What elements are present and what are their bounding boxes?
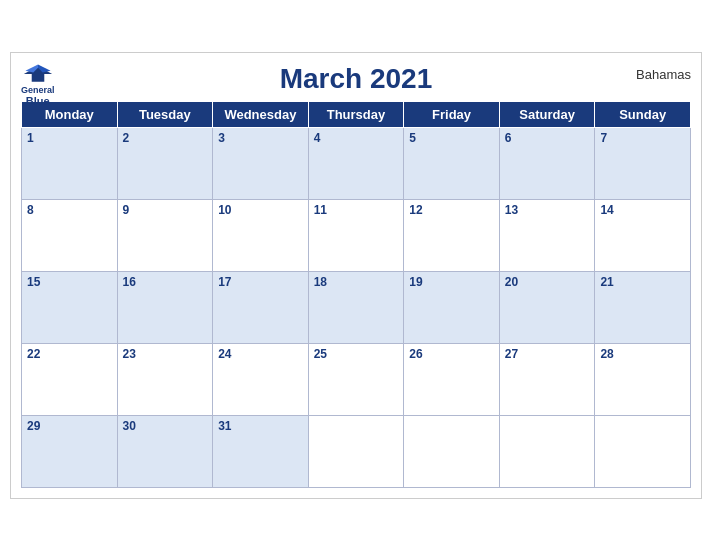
day-number: 10 <box>218 203 303 217</box>
calendar-cell: 8 <box>22 199 118 271</box>
day-number: 13 <box>505 203 590 217</box>
day-number: 2 <box>123 131 208 145</box>
calendar-cell <box>404 415 500 487</box>
svg-marker-0 <box>24 66 52 82</box>
calendar-cell: 26 <box>404 343 500 415</box>
day-number: 11 <box>314 203 399 217</box>
calendar-cell: 25 <box>308 343 404 415</box>
calendar-cell: 23 <box>117 343 213 415</box>
week-row-3: 15161718192021 <box>22 271 691 343</box>
calendar-cell: 27 <box>499 343 595 415</box>
day-number: 29 <box>27 419 112 433</box>
calendar-cell <box>595 415 691 487</box>
day-number: 28 <box>600 347 685 361</box>
day-number: 7 <box>600 131 685 145</box>
week-row-1: 1234567 <box>22 127 691 199</box>
calendar-cell: 2 <box>117 127 213 199</box>
week-row-5: 293031 <box>22 415 691 487</box>
calendar-cell: 11 <box>308 199 404 271</box>
day-number: 23 <box>123 347 208 361</box>
day-number: 19 <box>409 275 494 289</box>
country-label: Bahamas <box>636 67 691 82</box>
calendar-cell: 31 <box>213 415 309 487</box>
week-row-4: 22232425262728 <box>22 343 691 415</box>
calendar-cell: 20 <box>499 271 595 343</box>
calendar-cell: 22 <box>22 343 118 415</box>
weekday-header-thursday: Thursday <box>308 101 404 127</box>
logo: General Blue <box>21 63 55 109</box>
weekday-header-saturday: Saturday <box>499 101 595 127</box>
day-number: 27 <box>505 347 590 361</box>
day-number: 14 <box>600 203 685 217</box>
weekday-header-sunday: Sunday <box>595 101 691 127</box>
day-number: 6 <box>505 131 590 145</box>
weekday-header-tuesday: Tuesday <box>117 101 213 127</box>
calendar-cell: 1 <box>22 127 118 199</box>
calendar-cell: 21 <box>595 271 691 343</box>
calendar-cell: 18 <box>308 271 404 343</box>
logo-icon <box>22 63 54 85</box>
day-number: 16 <box>123 275 208 289</box>
calendar-cell: 29 <box>22 415 118 487</box>
calendar-cell: 4 <box>308 127 404 199</box>
day-number: 30 <box>123 419 208 433</box>
day-number: 12 <box>409 203 494 217</box>
week-row-2: 891011121314 <box>22 199 691 271</box>
day-number: 20 <box>505 275 590 289</box>
calendar: General Blue March 2021 Bahamas MondayTu… <box>10 52 702 499</box>
day-number: 18 <box>314 275 399 289</box>
calendar-cell: 13 <box>499 199 595 271</box>
day-number: 8 <box>27 203 112 217</box>
calendar-cell: 17 <box>213 271 309 343</box>
calendar-cell: 19 <box>404 271 500 343</box>
calendar-table: MondayTuesdayWednesdayThursdayFridaySatu… <box>21 101 691 488</box>
calendar-cell: 30 <box>117 415 213 487</box>
day-number: 24 <box>218 347 303 361</box>
day-number: 25 <box>314 347 399 361</box>
calendar-cell: 5 <box>404 127 500 199</box>
calendar-cell: 15 <box>22 271 118 343</box>
calendar-cell: 6 <box>499 127 595 199</box>
logo-blue-text: Blue <box>26 95 50 108</box>
day-number: 4 <box>314 131 399 145</box>
day-number: 9 <box>123 203 208 217</box>
calendar-title: March 2021 <box>280 63 433 95</box>
calendar-cell: 14 <box>595 199 691 271</box>
weekday-header-wednesday: Wednesday <box>213 101 309 127</box>
day-number: 5 <box>409 131 494 145</box>
day-number: 17 <box>218 275 303 289</box>
day-number: 22 <box>27 347 112 361</box>
calendar-cell: 7 <box>595 127 691 199</box>
calendar-cell: 16 <box>117 271 213 343</box>
weekday-header-row: MondayTuesdayWednesdayThursdayFridaySatu… <box>22 101 691 127</box>
day-number: 26 <box>409 347 494 361</box>
calendar-cell: 12 <box>404 199 500 271</box>
weekday-header-friday: Friday <box>404 101 500 127</box>
logo-general-text: General <box>21 85 55 96</box>
day-number: 1 <box>27 131 112 145</box>
calendar-cell: 10 <box>213 199 309 271</box>
day-number: 15 <box>27 275 112 289</box>
calendar-cell <box>499 415 595 487</box>
calendar-cell: 9 <box>117 199 213 271</box>
calendar-cell: 28 <box>595 343 691 415</box>
calendar-header: General Blue March 2021 Bahamas <box>21 63 691 95</box>
calendar-cell: 3 <box>213 127 309 199</box>
day-number: 31 <box>218 419 303 433</box>
day-number: 21 <box>600 275 685 289</box>
calendar-cell: 24 <box>213 343 309 415</box>
day-number: 3 <box>218 131 303 145</box>
calendar-cell <box>308 415 404 487</box>
